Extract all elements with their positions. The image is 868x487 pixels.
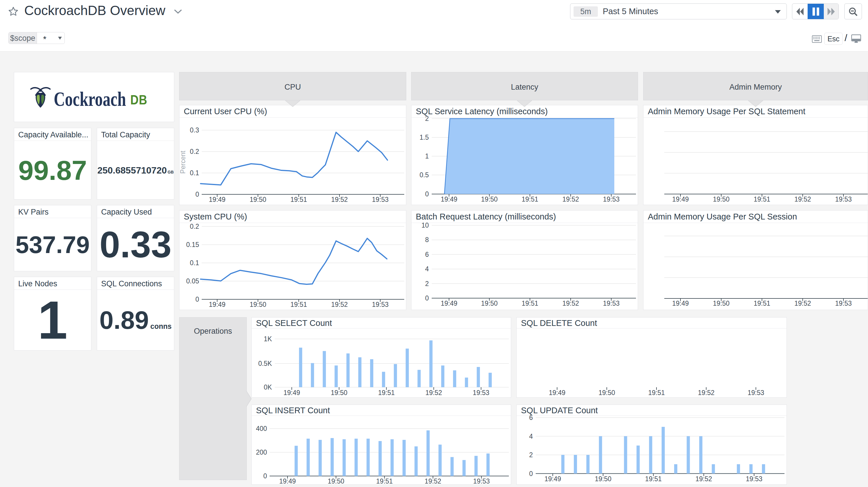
svg-text:0.3: 0.3 (190, 126, 199, 134)
svg-text:19:53: 19:53 (473, 478, 490, 485)
svg-text:19:53: 19:53 (835, 299, 852, 307)
svg-text:19:52: 19:52 (562, 196, 579, 203)
svg-text:19:53: 19:53 (603, 299, 620, 307)
svg-text:19:50: 19:50 (331, 389, 348, 397)
svg-text:0: 0 (529, 470, 533, 478)
svg-text:19:49: 19:49 (545, 475, 561, 483)
svg-text:19:52: 19:52 (794, 196, 811, 203)
svg-text:19:53: 19:53 (473, 389, 490, 397)
svg-text:19:50: 19:50 (481, 196, 498, 203)
svg-text:0.1: 0.1 (190, 169, 199, 177)
svg-text:19:52: 19:52 (698, 389, 715, 397)
svg-text:19:51: 19:51 (645, 475, 662, 483)
svg-text:400: 400 (256, 425, 267, 432)
svg-text:19:51: 19:51 (753, 299, 770, 307)
svg-text:19:52: 19:52 (425, 478, 441, 485)
svg-text:19:52: 19:52 (425, 389, 442, 397)
svg-text:19:52: 19:52 (331, 301, 348, 308)
svg-text:19:49: 19:49 (441, 299, 457, 307)
svg-text:19:53: 19:53 (372, 301, 389, 308)
svg-text:0.2: 0.2 (190, 148, 199, 155)
svg-text:19:51: 19:51 (648, 389, 665, 397)
svg-text:10: 10 (421, 222, 429, 229)
svg-text:0K: 0K (264, 383, 272, 391)
svg-text:0.2: 0.2 (190, 223, 199, 230)
svg-text:19:50: 19:50 (481, 299, 498, 307)
svg-text:2: 2 (425, 280, 429, 287)
svg-text:0: 0 (425, 294, 429, 302)
svg-text:19:51: 19:51 (522, 299, 538, 307)
svg-text:19:51: 19:51 (290, 196, 307, 203)
svg-text:0: 0 (425, 190, 429, 198)
svg-text:200: 200 (256, 449, 267, 456)
svg-text:19:50: 19:50 (598, 389, 615, 397)
svg-text:19:51: 19:51 (290, 301, 307, 308)
svg-text:0.05: 0.05 (186, 277, 199, 285)
svg-text:19:53: 19:53 (372, 196, 389, 203)
svg-text:19:49: 19:49 (672, 299, 689, 307)
svg-text:19:52: 19:52 (794, 299, 811, 307)
svg-text:19:50: 19:50 (713, 196, 730, 203)
svg-text:19:53: 19:53 (746, 475, 763, 483)
svg-text:19:51: 19:51 (522, 196, 538, 203)
svg-text:1K: 1K (264, 335, 272, 343)
svg-text:0: 0 (195, 295, 199, 303)
svg-text:19:49: 19:49 (209, 196, 226, 203)
svg-text:19:51: 19:51 (378, 389, 395, 397)
svg-text:19:51: 19:51 (753, 196, 770, 203)
svg-text:19:50: 19:50 (595, 475, 612, 483)
svg-text:19:51: 19:51 (376, 478, 393, 485)
svg-text:6: 6 (425, 251, 429, 258)
svg-text:4: 4 (425, 265, 429, 273)
svg-text:19:50: 19:50 (250, 196, 267, 203)
svg-text:19:52: 19:52 (562, 299, 579, 307)
svg-text:19:53: 19:53 (747, 389, 764, 397)
svg-text:8: 8 (425, 236, 429, 244)
svg-text:1.5: 1.5 (420, 134, 429, 141)
svg-text:0: 0 (195, 191, 199, 198)
svg-text:19:49: 19:49 (672, 196, 689, 203)
svg-text:19:49: 19:49 (549, 389, 565, 397)
svg-text:1: 1 (425, 152, 429, 160)
svg-text:19:49: 19:49 (279, 478, 296, 485)
svg-text:6: 6 (529, 414, 533, 421)
svg-text:19:49: 19:49 (283, 389, 300, 397)
svg-text:4: 4 (529, 433, 533, 440)
svg-text:19:50: 19:50 (713, 299, 730, 307)
svg-text:0.5K: 0.5K (258, 360, 272, 367)
svg-text:Percent: Percent (180, 151, 187, 174)
svg-text:19:52: 19:52 (695, 475, 712, 483)
svg-text:0.1: 0.1 (190, 259, 199, 267)
svg-text:0.5: 0.5 (420, 171, 429, 179)
svg-text:2: 2 (529, 451, 533, 459)
svg-text:19:53: 19:53 (835, 196, 852, 203)
svg-text:19:49: 19:49 (209, 301, 226, 308)
svg-text:0: 0 (263, 472, 267, 480)
svg-text:19:49: 19:49 (441, 196, 457, 203)
svg-text:19:50: 19:50 (250, 301, 267, 308)
svg-text:19:52: 19:52 (331, 196, 348, 203)
svg-text:19:50: 19:50 (328, 478, 344, 485)
svg-text:2: 2 (425, 115, 429, 122)
svg-text:19:53: 19:53 (603, 196, 620, 203)
svg-text:0.15: 0.15 (186, 241, 199, 249)
